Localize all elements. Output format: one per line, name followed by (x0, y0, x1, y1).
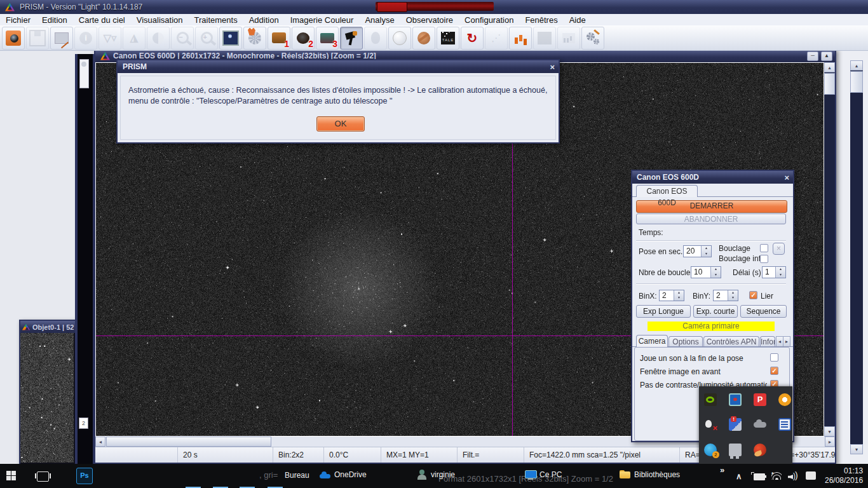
menu-analyse[interactable]: Analyse (359, 15, 400, 25)
menu-edition[interactable]: Edition (36, 15, 73, 25)
menu-addition[interactable]: Addition (243, 15, 285, 25)
chart-orange-button[interactable] (509, 27, 532, 50)
option-fenetre-checkbox[interactable]: ✓ (770, 367, 778, 375)
tab-controles-apn[interactable]: Contrôles APN (703, 336, 759, 347)
desktop-toolbar-ce-pc[interactable]: Ce PC (525, 470, 562, 480)
cancel-loop-button[interactable]: × (773, 243, 785, 255)
menu-observatoire[interactable]: Observatoire (400, 15, 459, 25)
menu-imagerie-couleur[interactable]: Imagerie Couleur (285, 15, 360, 25)
tab-scroll-right-icon[interactable]: ▸ (783, 336, 790, 347)
pose-spinner[interactable]: 20 ▴▾ (683, 245, 712, 257)
scroll-down-icon[interactable]: ▾ (824, 426, 835, 437)
orange-ring-app-icon[interactable] (777, 392, 792, 407)
camera-capture-button[interactable] (2, 27, 25, 50)
update-alert-icon[interactable] (728, 417, 743, 432)
objet-window-titlebar[interactable]: Objet0-1 | 52 (20, 321, 76, 333)
refresh-red-button[interactable]: ↻ (461, 27, 484, 50)
device-3-button[interactable]: 3 (316, 27, 339, 50)
ok-button[interactable]: OK (316, 116, 365, 132)
scrollbar-thumb[interactable] (824, 73, 835, 95)
histogram-button[interactable] (557, 27, 580, 50)
camera-panel-titlebar[interactable]: Canon EOS 600D × (632, 171, 793, 184)
exp-longue-button[interactable]: Exp Longue (636, 305, 691, 318)
taskbar-photoshop[interactable]: Ps (75, 464, 94, 488)
tab-camera[interactable]: Camera (636, 335, 668, 347)
menu-traitements[interactable]: Traitements (189, 15, 243, 25)
onedrive-gray-icon[interactable] (752, 417, 768, 432)
gears-arm-button[interactable] (581, 27, 604, 50)
scroll-up-icon[interactable]: ▴ (850, 60, 863, 71)
background-window-scrollbar[interactable] (79, 59, 89, 88)
observatory-dome-button[interactable] (388, 27, 411, 50)
battery-status[interactable] (754, 473, 765, 480)
nbre-boucles-spinner[interactable]: 10 ▴▾ (691, 266, 721, 278)
save-button[interactable] (26, 27, 49, 50)
vector-tool-button[interactable]: ▽▿ (98, 27, 121, 50)
minimize-icon[interactable]: ─ (807, 51, 818, 61)
scroll-down-icon[interactable]: ▾ (850, 444, 863, 454)
spinner-arrows-icon[interactable]: ▴▾ (710, 267, 721, 278)
bouclage-checkbox[interactable] (760, 244, 768, 252)
spinner-arrows-icon[interactable]: ▴▾ (728, 290, 738, 301)
scroll-right-icon[interactable]: ▸ (825, 437, 835, 447)
spinner-arrows-icon[interactable]: ▴▾ (674, 290, 684, 301)
desktop-toolbar-overflow[interactable]: » (720, 465, 724, 475)
exp-courte-button[interactable]: Exp. courte (693, 305, 738, 318)
tab-informations[interactable]: Infor (760, 336, 775, 347)
camera-device-1-button[interactable]: 1 (268, 27, 290, 50)
image-preview-button[interactable] (219, 27, 242, 50)
binx-spinner[interactable]: 2 ▴▾ (659, 290, 684, 301)
option-son-checkbox[interactable] (770, 353, 778, 362)
image-vertical-scrollbar[interactable]: ▴ ▾ (824, 62, 835, 437)
zoom-in-button[interactable]: + (195, 27, 218, 50)
menu-aide[interactable]: Aide (564, 15, 592, 25)
close-icon[interactable]: × (784, 173, 789, 182)
info-button[interactable]: i (74, 27, 97, 50)
background-window-spinner[interactable]: 2 (79, 417, 88, 429)
abandonner-button[interactable]: ABANDONNER (636, 214, 786, 224)
desktop-toolbar-onedrive[interactable]: OneDrive (320, 470, 367, 480)
menu-fichier[interactable]: Fichier (0, 15, 36, 25)
objet-window[interactable]: Objet0-1 | 52 (19, 320, 78, 466)
desktop-toolbar-bibliotheques[interactable]: Bibliothèques (620, 470, 680, 480)
wrench-tool-button[interactable] (412, 27, 435, 50)
close-icon[interactable]: × (550, 62, 555, 72)
blue-document-icon[interactable] (777, 417, 792, 432)
spinner-arrows-icon[interactable]: ▴▾ (701, 246, 711, 257)
tray-expand-button[interactable]: ∧ (736, 471, 742, 481)
menu-configuration[interactable]: Configuration (459, 15, 519, 25)
nvidia-icon[interactable] (703, 392, 718, 407)
ccleaner-icon[interactable] (752, 442, 768, 458)
bouclage-infini-checkbox[interactable] (760, 255, 768, 263)
remote-monitor-icon[interactable] (728, 442, 743, 458)
biny-spinner[interactable]: 2 ▴▾ (713, 290, 738, 301)
dialog-titlebar[interactable]: PRISM × (118, 60, 559, 73)
start-button[interactable] (6, 471, 16, 480)
network-status[interactable]: * (771, 472, 782, 480)
maximize-icon[interactable]: ▲ (821, 51, 832, 61)
flag-tool-button[interactable]: ◮ (123, 27, 146, 50)
taskbar-clock[interactable]: 01:1326/08/2016 (825, 466, 863, 485)
delai-spinner[interactable]: 1 ▴▾ (762, 266, 786, 278)
hand-turbine-button[interactable] (243, 27, 266, 50)
tab-options[interactable]: Options (668, 336, 703, 347)
lier-checkbox[interactable]: ✓ (749, 291, 757, 299)
workspace-vertical-scrollbar[interactable]: ▴ ▾ (850, 60, 863, 454)
red-p-app-icon[interactable]: P (752, 392, 768, 407)
volume-status[interactable]: ) (788, 473, 798, 480)
tab-canon-eos-600d[interactable]: Canon EOS 600D (636, 185, 698, 197)
prism-error-dialog[interactable]: PRISM × Astrometrie a échoué, cause : Re… (116, 59, 560, 144)
scroll-up-icon[interactable]: ▴ (824, 62, 835, 72)
notification-center-button[interactable] (806, 471, 816, 480)
task-view-button[interactable] (37, 471, 49, 482)
display-settings-icon[interactable] (728, 392, 743, 407)
image-adjust-button[interactable] (50, 27, 73, 50)
desktop-toolbar-virginie[interactable]: virginie (416, 470, 455, 480)
lens-device-2-button[interactable]: 2 (292, 27, 315, 50)
menu-fenetres[interactable]: Fenêtres (519, 15, 563, 25)
dotted-line-button[interactable]: ⋰ (485, 27, 508, 50)
scrollbar-thumb[interactable] (850, 71, 863, 93)
camera-tripod-button[interactable] (340, 27, 363, 50)
spinner-arrows-icon[interactable]: ▴▾ (775, 267, 785, 278)
menu-carte-du-ciel[interactable]: Carte du ciel (73, 15, 131, 25)
